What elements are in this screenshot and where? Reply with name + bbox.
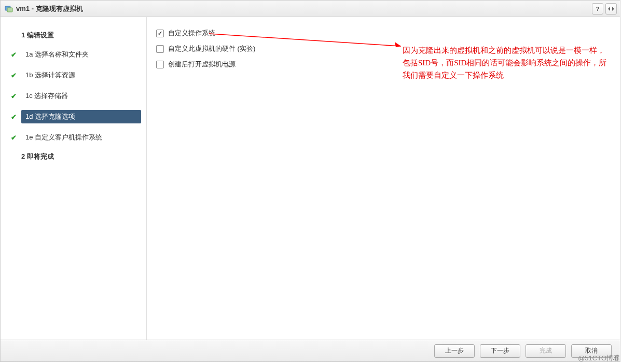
option-label: 创建后打开虚拟机电源 [168,60,236,69]
step-label: 选择存储器 [34,92,68,100]
main-panel: 自定义操作系统 自定义此虚拟机的硬件 (实验) 创建后打开虚拟机电源 因为克隆出… [147,17,620,340]
step-label: 选择名称和文件夹 [35,50,89,58]
back-button[interactable]: 上一步 [434,344,475,358]
check-icon: ✔ [9,51,18,59]
step-1a[interactable]: ✔ 1a 选择名称和文件夹 [1,44,146,65]
step-id: 1d [25,113,33,120]
step-id: 1e [25,133,33,141]
step-id: 1a [25,50,33,58]
step-major-1[interactable]: 1 编辑设置 [1,26,146,44]
check-icon: ✔ [9,134,18,142]
step-1d[interactable]: ✔ 1d 选择克隆选项 [1,106,146,127]
wizard-steps-sidebar: 1 编辑设置 ✔ 1a 选择名称和文件夹 ✔ 1b 选择计算资源 ✔ [1,17,147,340]
check-icon: ✔ [9,92,18,100]
step-1b[interactable]: ✔ 1b 选择计算资源 [1,65,146,86]
check-icon: ✔ [9,72,18,79]
checkbox-icon[interactable] [156,61,164,68]
window-controls-icon[interactable] [605,3,617,15]
checkbox-icon[interactable] [156,30,164,37]
step-major-label: 编辑设置 [27,31,54,39]
step-label: 选择克隆选项 [35,113,75,120]
svg-rect-1 [7,8,12,12]
check-icon: ✔ [9,113,18,121]
watermark-text: @51CTO博客 [578,354,620,363]
checkbox-icon[interactable] [156,45,164,53]
content-area: 1 编辑设置 ✔ 1a 选择名称和文件夹 ✔ 1b 选择计算资源 ✔ [1,17,620,340]
vm-icon [5,5,13,13]
step-id: 1b [25,71,33,79]
next-button[interactable]: 下一步 [480,344,520,358]
step-1c[interactable]: ✔ 1c 选择存储器 [1,86,146,106]
step-major-num: 1 [21,31,25,39]
step-id: 1c [25,92,33,100]
help-button[interactable]: ? [592,3,603,15]
titlebar: vm1 - 克隆现有虚拟机 ? [1,1,620,17]
step-major-label: 即将完成 [27,152,54,160]
finish-button[interactable]: 完成 [526,344,566,358]
footer-buttons: 上一步 下一步 完成 取消 [1,340,620,361]
step-label: 自定义客户机操作系统 [35,133,102,141]
dialog-title: vm1 - 克隆现有虚拟机 [16,4,590,13]
option-label: 自定义此虚拟机的硬件 (实验) [168,44,255,53]
option-customize-os[interactable]: 自定义操作系统 [156,29,610,38]
clone-wizard-dialog: vm1 - 克隆现有虚拟机 ? 1 编辑设置 ✔ 1a 选择名称和文件夹 [0,0,620,362]
annotation-text: 因为克隆出来的虚拟机和之前的虚拟机可以说是一模一样，包括SID号，而SID相同的… [403,44,607,81]
step-1e[interactable]: ✔ 1e 自定义客户机操作系统 [1,127,146,148]
step-major-num: 2 [21,152,25,160]
step-label: 选择计算资源 [35,71,75,79]
step-major-2[interactable]: 2 即将完成 [1,148,146,165]
option-label: 自定义操作系统 [168,29,215,38]
